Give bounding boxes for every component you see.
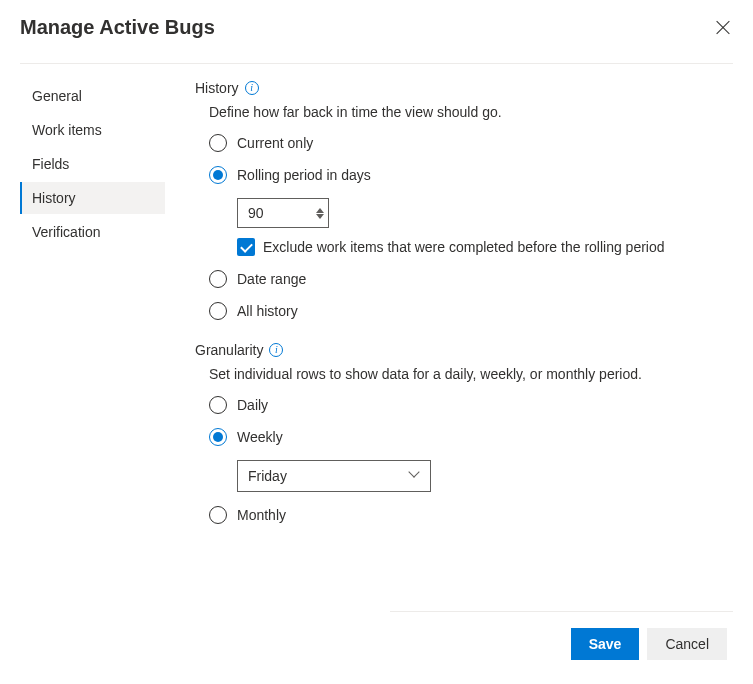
dialog-footer: Save Cancel: [390, 611, 733, 684]
radio-weekly[interactable]: Weekly: [209, 428, 733, 446]
weekly-sub: Friday: [237, 460, 733, 492]
dialog-body: General Work items Fields History Verifi…: [20, 64, 733, 611]
granularity-description: Set individual rows to show data for a d…: [195, 366, 733, 382]
radio-all-history[interactable]: All history: [209, 302, 733, 320]
chevron-up-icon[interactable]: [316, 207, 324, 213]
info-icon[interactable]: i: [245, 81, 259, 95]
spinner: [316, 207, 324, 220]
granularity-section-header: Granularity i: [195, 342, 733, 358]
radio-daily[interactable]: Daily: [209, 396, 733, 414]
sidebar: General Work items Fields History Verifi…: [20, 80, 165, 611]
history-options: Current only Rolling period in days 90: [195, 134, 733, 320]
close-icon[interactable]: [713, 18, 733, 38]
sidebar-item-verification[interactable]: Verification: [20, 216, 165, 248]
select-value: Friday: [248, 468, 287, 484]
radio-icon: [209, 134, 227, 152]
dialog: Manage Active Bugs General Work items Fi…: [0, 0, 753, 684]
save-button[interactable]: Save: [571, 628, 640, 660]
radio-icon: [209, 302, 227, 320]
checkbox-icon: [237, 238, 255, 256]
radio-current-only[interactable]: Current only: [209, 134, 733, 152]
radio-icon: [209, 270, 227, 288]
radio-label: All history: [237, 303, 298, 319]
dialog-header: Manage Active Bugs: [20, 16, 733, 64]
exclude-checkbox-row[interactable]: Exclude work items that were completed b…: [237, 238, 733, 256]
radio-icon: [209, 506, 227, 524]
checkbox-label: Exclude work items that were completed b…: [263, 239, 665, 255]
granularity-options: Daily Weekly Friday Monthl: [195, 396, 733, 524]
radio-label: Monthly: [237, 507, 286, 523]
radio-date-range[interactable]: Date range: [209, 270, 733, 288]
dialog-title: Manage Active Bugs: [20, 16, 215, 39]
sidebar-item-fields[interactable]: Fields: [20, 148, 165, 180]
cancel-button[interactable]: Cancel: [647, 628, 727, 660]
radio-label: Date range: [237, 271, 306, 287]
sidebar-item-history[interactable]: History: [20, 182, 165, 214]
radio-rolling-period[interactable]: Rolling period in days: [209, 166, 733, 184]
radio-label: Rolling period in days: [237, 167, 371, 183]
info-icon[interactable]: i: [269, 343, 283, 357]
rolling-days-value: 90: [248, 205, 316, 221]
rolling-period-sub: 90 Exclude work items that were complete…: [237, 198, 733, 256]
sidebar-item-work-items[interactable]: Work items: [20, 114, 165, 146]
history-description: Define how far back in time the view sho…: [195, 104, 733, 120]
granularity-section: Granularity i Set individual rows to sho…: [195, 342, 733, 524]
content-pane: History i Define how far back in time th…: [165, 80, 733, 611]
weekly-day-select[interactable]: Friday: [237, 460, 431, 492]
rolling-days-input[interactable]: 90: [237, 198, 329, 228]
radio-icon: [209, 396, 227, 414]
radio-label: Daily: [237, 397, 268, 413]
granularity-section-title: Granularity: [195, 342, 263, 358]
radio-icon: [209, 428, 227, 446]
radio-icon: [209, 166, 227, 184]
chevron-down-icon[interactable]: [316, 214, 324, 220]
sidebar-item-general[interactable]: General: [20, 80, 165, 112]
radio-monthly[interactable]: Monthly: [209, 506, 733, 524]
chevron-down-icon: [410, 471, 420, 481]
radio-label: Current only: [237, 135, 313, 151]
history-section-title: History: [195, 80, 239, 96]
history-section-header: History i: [195, 80, 733, 96]
radio-label: Weekly: [237, 429, 283, 445]
